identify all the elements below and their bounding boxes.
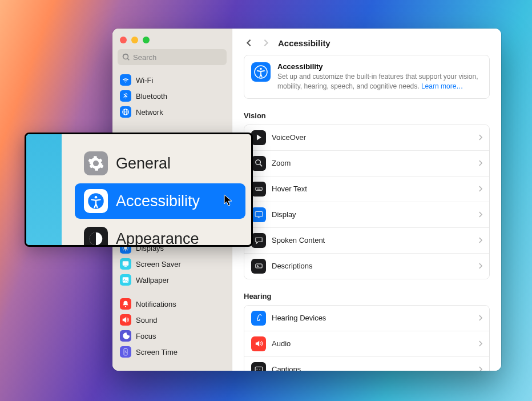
svg-point-6 <box>260 68 262 70</box>
page-title: Accessibility <box>278 38 331 48</box>
chevron-right-icon <box>478 261 482 271</box>
accessibility-icon <box>251 62 271 82</box>
svg-point-7 <box>255 160 260 165</box>
option-label: VoiceOver <box>272 133 478 142</box>
chevron-right-icon <box>478 158 482 169</box>
option-label: Hearing Devices <box>272 314 478 322</box>
bluetooth-icon <box>120 90 131 102</box>
info-description: Set up and customize the built-in featur… <box>277 72 482 91</box>
option-label: Hover Text <box>272 185 478 193</box>
screentime-icon <box>120 346 131 358</box>
svg-point-14 <box>95 196 98 199</box>
forward-button[interactable] <box>261 38 271 48</box>
wifi-icon <box>120 74 131 86</box>
toolbar: Accessibility <box>232 29 501 55</box>
option-label: Audio <box>272 339 478 348</box>
learn-more-link[interactable]: Learn more… <box>421 82 463 90</box>
svg-rect-12 <box>255 367 263 371</box>
chevron-right-icon <box>478 210 482 220</box>
appearance-icon <box>84 227 108 247</box>
vision-list: VoiceOver Zoom Aa Hover Text Display <box>244 125 490 279</box>
hearing-list: Hearing Devices Audio Captions <box>244 305 490 371</box>
sidebar-item-label: Network <box>136 108 163 117</box>
option-descriptions[interactable]: Descriptions <box>244 254 489 279</box>
option-label: Display <box>272 210 478 219</box>
zoom-item-appearance[interactable]: Appearance <box>75 221 245 247</box>
option-label: Spoken Content <box>272 236 478 244</box>
search-icon <box>122 53 130 61</box>
sidebar-item-sound[interactable]: Sound <box>118 312 227 328</box>
search-input[interactable]: Search <box>118 49 227 65</box>
general-icon <box>84 151 108 175</box>
sidebar-item-label: Screen Time <box>136 348 178 356</box>
maximize-button[interactable] <box>143 37 150 43</box>
chevron-right-icon <box>478 364 482 371</box>
sidebar-item-screentime[interactable]: Screen Time <box>118 344 227 360</box>
zoom-icon <box>251 156 266 171</box>
svg-text:Aa: Aa <box>257 188 260 191</box>
main-content: Accessibility Accessibility Set up and c… <box>232 29 501 371</box>
accessibility-icon <box>84 189 108 213</box>
captions-icon <box>251 362 266 371</box>
sidebar-item-screensaver[interactable]: Screen Saver <box>118 256 227 272</box>
sidebar-item-label: Screen Saver <box>136 260 181 268</box>
svg-rect-2 <box>123 277 129 282</box>
option-label: Captions <box>272 365 478 371</box>
sidebar-item-label: Sound <box>136 316 158 324</box>
option-audio[interactable]: Audio <box>244 331 489 357</box>
option-captions[interactable]: Captions <box>244 357 489 371</box>
option-label: Zoom <box>272 159 478 167</box>
window-controls <box>112 29 232 49</box>
wallpaper-icon <box>120 274 131 286</box>
hovertext-icon: Aa <box>251 182 266 197</box>
cursor-icon <box>224 194 233 207</box>
chevron-right-icon <box>478 235 482 246</box>
search-placeholder: Search <box>133 53 156 62</box>
zoom-item-label: Accessibility <box>116 193 200 210</box>
chevron-right-icon <box>478 133 482 143</box>
svg-rect-10 <box>255 212 263 217</box>
sidebar-item-wallpaper[interactable]: Wallpaper <box>118 272 227 288</box>
voiceover-icon <box>251 130 266 145</box>
sidebar-item-network[interactable]: Network <box>118 104 227 120</box>
focus-icon <box>120 330 131 342</box>
sidebar-item-label: Focus <box>136 332 156 340</box>
sidebar-item-label: Bluetooth <box>136 92 167 101</box>
chevron-right-icon <box>478 184 482 194</box>
display-icon <box>251 207 266 222</box>
svg-rect-1 <box>123 261 129 266</box>
zoom-item-label: General <box>116 155 171 173</box>
option-display[interactable]: Display <box>244 202 489 228</box>
spoken-icon <box>251 233 266 248</box>
back-button[interactable] <box>244 38 254 48</box>
descriptions-icon <box>251 259 266 274</box>
option-spokencontent[interactable]: Spoken Content <box>244 228 489 254</box>
zoom-magnifier-overlay: General Accessibility Appearance <box>25 133 253 247</box>
sidebar-item-label: Wallpaper <box>136 276 169 284</box>
chevron-right-icon <box>478 339 482 349</box>
zoom-item-label: Appearance <box>116 230 199 247</box>
zoom-item-accessibility[interactable]: Accessibility <box>75 183 245 219</box>
sidebar-item-label: Notifications <box>136 300 176 308</box>
sidebar-item-bluetooth[interactable]: Bluetooth <box>118 88 227 104</box>
option-label: Descriptions <box>272 262 478 270</box>
section-title-vision: Vision <box>244 111 490 120</box>
section-title-hearing: Hearing <box>244 292 490 300</box>
sidebar-item-notifications[interactable]: Notifications <box>118 296 227 312</box>
option-zoom[interactable]: Zoom <box>244 151 489 177</box>
info-title: Accessibility <box>277 62 482 71</box>
option-hearingdevices[interactable]: Hearing Devices <box>244 306 489 331</box>
zoom-item-general[interactable]: General <box>75 146 245 181</box>
option-hovertext[interactable]: Aa Hover Text <box>244 177 489 202</box>
sidebar-item-wifi[interactable]: Wi-Fi <box>118 72 227 88</box>
close-button[interactable] <box>120 37 127 43</box>
option-voiceover[interactable]: VoiceOver <box>244 125 489 151</box>
screensaver-icon <box>120 258 131 270</box>
notifications-icon <box>120 298 131 310</box>
network-icon <box>120 106 131 118</box>
sidebar-item-focus[interactable]: Focus <box>118 328 227 344</box>
info-card: Accessibility Set up and customize the b… <box>244 55 490 99</box>
hearing-icon <box>251 311 266 326</box>
minimize-button[interactable] <box>131 37 138 43</box>
sidebar-item-label: Wi-Fi <box>136 76 153 85</box>
